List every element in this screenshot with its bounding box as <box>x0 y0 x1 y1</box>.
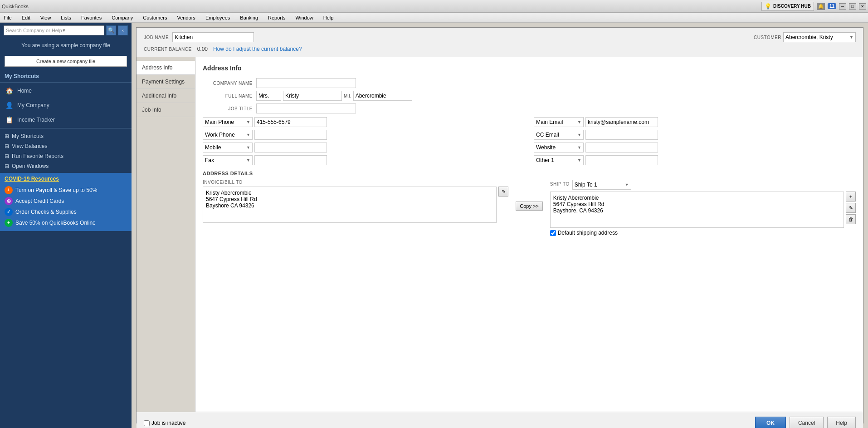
sidebar-item-income-tracker[interactable]: 📋 Income Tracker <box>0 113 132 127</box>
sample-company-message: You are using a sample company file <box>0 38 132 53</box>
job-name-input[interactable] <box>172 32 254 42</box>
delete-ship-address-btn[interactable]: 🗑 <box>846 214 856 224</box>
ok-button[interactable]: OK <box>755 417 786 428</box>
menu-employees[interactable]: Employees <box>204 14 232 21</box>
menu-banking[interactable]: Banking <box>238 14 260 21</box>
tab-payment-settings[interactable]: Payment Settings <box>137 75 195 89</box>
other1-input[interactable] <box>585 155 658 165</box>
full-name-row: FULL NAME M.I. <box>203 91 856 101</box>
title-bar-left: QuickBooks <box>2 4 29 9</box>
ship-to-dropdown[interactable]: Ship To 1 ▼ <box>572 180 631 190</box>
menu-favorites[interactable]: Favorites <box>79 14 103 21</box>
copy-address-btn[interactable]: Copy >> <box>516 202 543 211</box>
create-company-button[interactable]: Create a new company file <box>5 56 127 67</box>
menu-file[interactable]: File <box>2 14 14 21</box>
minimize-btn[interactable]: ─ <box>839 3 846 10</box>
search-dropdown-arrow: ▼ <box>62 28 66 33</box>
fax-select[interactable]: Fax ▼ <box>203 155 253 165</box>
promo-qbo[interactable]: + Save 50% on QuickBooks Online <box>5 217 127 228</box>
job-inactive-checkbox[interactable] <box>144 420 150 426</box>
sidebar-item-home[interactable]: 🏠 Home <box>0 84 132 98</box>
menu-window[interactable]: Window <box>294 14 315 21</box>
mobile-input[interactable] <box>254 143 327 153</box>
home-icon: 🏠 <box>5 86 14 95</box>
fax-input[interactable] <box>254 155 327 165</box>
covid-section: COVID-19 Resources + Turn on Payroll & S… <box>0 173 132 231</box>
ship-to-header-row: SHIP TO Ship To 1 ▼ <box>550 180 856 190</box>
main-phone-select[interactable]: Main Phone ▼ <box>203 117 253 127</box>
menu-customers[interactable]: Customers <box>141 14 169 21</box>
edit-ship-address-btn[interactable]: ✎ <box>846 203 856 213</box>
promo-checks[interactable]: ✓ Order Checks & Supplies <box>5 207 127 217</box>
menu-company[interactable]: Company <box>110 14 135 21</box>
tab-job-info[interactable]: Job Info <box>137 103 195 117</box>
menu-help[interactable]: Help <box>322 14 336 21</box>
main-email-input[interactable] <box>585 117 658 127</box>
form-top-row: JOB NAME CUSTOMER Abercrombie, Kristy ▼ <box>144 32 856 42</box>
payroll-label: Turn on Payroll & Save up to 50% <box>15 187 97 193</box>
menu-lists[interactable]: Lists <box>59 14 73 21</box>
tab-additional-info[interactable]: Additional Info <box>137 89 195 103</box>
default-shipping-checkbox[interactable] <box>550 230 556 236</box>
title-bar-right: 💡 DISCOVERY HUB 🔔 11 ─ □ ✕ <box>761 2 866 11</box>
shortcut-view-balances[interactable]: ⊟ View Balances <box>0 141 132 151</box>
balance-link[interactable]: How do I adjust the current balance? <box>213 46 302 52</box>
shortcut-my-shortcuts[interactable]: ⊞ My Shortcuts <box>0 131 132 141</box>
search-button[interactable]: 🔍 <box>106 25 116 35</box>
website-select[interactable]: Website ▼ <box>534 143 584 153</box>
discovery-hub-label: DISCOVERY HUB <box>773 4 811 9</box>
customer-dropdown[interactable]: Abercrombie, Kristy ▼ <box>783 32 856 42</box>
promo-payroll[interactable]: + Turn on Payroll & Save up to 50% <box>5 185 127 196</box>
edit-invoice-address-btn[interactable]: ✎ <box>498 187 508 197</box>
work-phone-select[interactable]: Work Phone ▼ <box>203 130 253 140</box>
cc-email-input[interactable] <box>585 130 658 140</box>
work-phone-row: Work Phone ▼ <box>203 130 525 140</box>
alert-icon[interactable]: 🔔 <box>817 3 825 10</box>
website-input[interactable] <box>585 143 658 153</box>
main-phone-input[interactable] <box>254 117 327 127</box>
job-name-label: JOB NAME <box>144 35 169 40</box>
sidebar-search-bar: Search Company or Help ▼ 🔍 ‹ <box>0 23 132 38</box>
salutation-input[interactable] <box>256 91 281 101</box>
mobile-label: Mobile <box>205 144 221 151</box>
promo-credit-cards[interactable]: ◎ Accept Credit Cards <box>5 196 127 207</box>
mobile-select[interactable]: Mobile ▼ <box>203 143 253 153</box>
job-title-label: JOB TITLE <box>203 106 253 111</box>
work-phone-input[interactable] <box>254 130 327 140</box>
back-button[interactable]: ‹ <box>118 25 128 35</box>
last-name-input[interactable] <box>353 91 412 101</box>
shortcut-open-windows[interactable]: ⊟ Open Windows <box>0 161 132 171</box>
balance-label: CURRENT BALANCE <box>144 47 192 52</box>
main-phone-label: Main Phone <box>205 119 234 125</box>
form-footer: Job is inactive OK Cancel Help <box>137 412 863 428</box>
sidebar-item-my-company[interactable]: 👤 My Company <box>0 98 132 113</box>
tab-panel: Address Info Payment Settings Additional… <box>137 57 195 412</box>
help-button[interactable]: Help <box>827 417 856 428</box>
close-btn[interactable]: ✕ <box>859 3 866 10</box>
menu-vendors[interactable]: Vendors <box>176 14 197 21</box>
default-shipping-label: Default shipping address <box>558 230 618 236</box>
add-ship-address-btn[interactable]: + <box>846 192 856 202</box>
discovery-hub-btn[interactable]: 💡 DISCOVERY HUB <box>761 2 814 11</box>
other1-select[interactable]: Other 1 ▼ <box>534 155 584 165</box>
company-name-input[interactable] <box>256 78 356 88</box>
menu-reports[interactable]: Reports <box>266 14 288 21</box>
form-body: Address Info Payment Settings Additional… <box>137 57 863 412</box>
cc-email-arrow: ▼ <box>577 133 581 137</box>
maximize-btn[interactable]: □ <box>849 3 856 10</box>
payroll-icon: + <box>5 186 13 194</box>
cancel-button[interactable]: Cancel <box>790 417 824 428</box>
footer-buttons: OK Cancel Help <box>755 417 856 428</box>
shortcut-run-reports[interactable]: ⊟ Run Favorite Reports <box>0 151 132 161</box>
ship-address-textarea[interactable]: Kristy Abercrombie 5647 Cypress Hill Rd … <box>550 192 844 228</box>
sample-company-text: You are using a sample company file <box>21 42 110 49</box>
invoice-address-textarea[interactable]: Kristy Abercrombie 5647 Cypress Hill Rd … <box>203 187 497 223</box>
job-title-input[interactable] <box>256 103 356 113</box>
menu-edit[interactable]: Edit <box>20 14 32 21</box>
cc-email-select[interactable]: CC Email ▼ <box>534 130 584 140</box>
first-name-input[interactable] <box>283 91 342 101</box>
menu-view[interactable]: View <box>39 14 53 21</box>
tab-address-info[interactable]: Address Info <box>137 61 195 75</box>
main-email-select[interactable]: Main Email ▼ <box>534 117 584 127</box>
covid-title[interactable]: COVID-19 Resources <box>5 176 127 182</box>
